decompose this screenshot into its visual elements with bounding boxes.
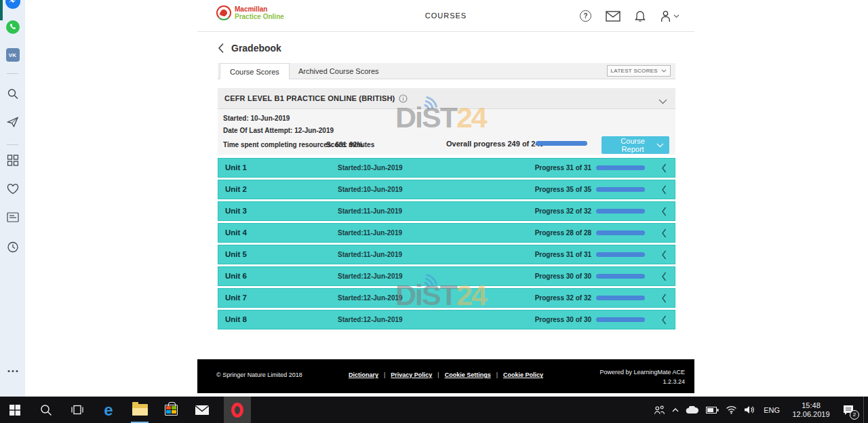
footer-link-dictionary[interactable]: Dictionary [349,371,378,378]
back-chevron-icon[interactable] [218,43,224,54]
footer-link-cookie-policy[interactable]: Cookie Policy [503,371,543,378]
taskbar-time: 15:48 [789,401,833,410]
course-score: Score: 92% [326,141,363,148]
folder-icon [132,404,148,416]
chevron-left-icon[interactable] [661,294,667,303]
unit-progress-bar [596,165,645,170]
unit-row[interactable]: Unit 7 Started:12-Jun-2019 Progress 32 o… [218,288,675,308]
chevron-left-icon[interactable] [661,228,667,238]
latest-scores-dropdown[interactable]: LATEST SCORES [607,65,671,77]
sidebar-search-icon[interactable] [7,88,18,100]
taskbar-date: 12.06.2019 [789,410,833,419]
opera-taskbar-icon[interactable] [224,397,251,423]
speed-dial-grid-icon[interactable] [7,155,18,166]
unit-progress-bar [596,274,645,279]
unit-row[interactable]: Unit 6 Started:12-Jun-2019 Progress 30 o… [218,266,675,286]
action-center-icon[interactable]: 2 [840,402,856,418]
chevron-left-icon[interactable] [661,163,667,173]
chevron-left-icon[interactable] [661,207,667,216]
tabs-strip: Course Scores Archived Course Scores LAT… [218,63,675,79]
tab-archived-course-scores[interactable]: Archived Course Scores [289,63,389,79]
chevron-left-icon[interactable] [661,315,667,325]
store-icon [165,405,178,416]
unit-progress-bar [596,187,645,192]
course-card-header[interactable]: CEFR LEVEL B1 PRACTICE ONLINE (BRITISH) [218,88,675,109]
file-explorer-taskbar-icon[interactable] [130,397,149,423]
profile-menu[interactable] [660,10,679,22]
unit-name: Unit 4 [225,228,247,237]
unit-progress: Progress 30 of 30 [535,273,591,280]
unit-row[interactable]: Unit 1 Started:10-Jun-2019 Progress 31 o… [218,158,675,178]
volume-icon[interactable] [744,405,755,414]
course-card: CEFR LEVEL B1 PRACTICE ONLINE (BRITISH) … [218,88,675,155]
unit-row[interactable]: Unit 4 Started:11-Jun-2019 Progress 28 o… [218,223,675,243]
battery-icon[interactable] [706,407,719,414]
edge-glyph: e [104,402,113,418]
unit-started: Started:12-Jun-2019 [338,316,403,323]
info-icon[interactable] [399,94,408,103]
unit-started: Started:12-Jun-2019 [338,294,403,302]
tab-course-scores[interactable]: Course Scores [220,63,290,79]
show-desktop-button[interactable] [863,397,867,423]
start-button[interactable] [5,397,24,423]
unit-list: Unit 1 Started:10-Jun-2019 Progress 31 o… [218,158,675,331]
unit-started: Started:11-Jun-2019 [338,251,402,258]
unit-name: Unit 5 [225,250,247,258]
unit-progress: Progress 32 of 32 [535,207,591,215]
version-text: 1.2.3.24 [599,377,685,386]
unit-name: Unit 3 [225,207,247,215]
unit-started: Started:12-Jun-2019 [338,273,403,280]
chevron-down-icon [661,69,667,73]
chevron-down-icon [656,143,664,148]
unit-name: Unit 6 [225,272,247,280]
site-footer: © Springer Nature Limited 2018 Dictionar… [197,359,694,393]
sidebar-more-icon[interactable] [7,370,18,372]
people-tray-icon[interactable] [654,405,665,415]
gradebook-header: Gradebook [218,43,281,54]
unit-row[interactable]: Unit 5 Started:11-Jun-2019 Progress 31 o… [218,245,675,264]
language-indicator[interactable]: ENG [762,406,782,414]
overall-progress-label: Overall progress 249 of 249 [446,140,544,148]
edge-taskbar-icon[interactable]: e [99,397,118,423]
latest-scores-label: LATEST SCORES [611,68,658,74]
unit-name: Unit 8 [225,315,247,323]
my-flow-send-icon[interactable] [7,117,19,127]
taskbar-clock[interactable]: 15:48 12.06.2019 [789,401,833,419]
unit-name: Unit 2 [225,185,247,193]
history-clock-icon[interactable] [7,241,18,253]
tray-chevron-up-icon[interactable] [672,408,679,412]
course-report-button[interactable]: Course Report [601,136,669,154]
chevron-left-icon[interactable] [661,185,667,195]
footer-link-cookie-settings[interactable]: Cookie Settings [445,371,491,378]
unit-progress: Progress 30 of 30 [535,316,591,323]
store-taskbar-icon[interactable] [161,397,180,423]
wifi-icon[interactable] [726,405,737,414]
mail-taskbar-icon[interactable] [193,397,212,423]
unit-row[interactable]: Unit 2 Started:10-Jun-2019 Progress 35 o… [218,180,675,199]
unit-progress: Progress 35 of 35 [535,186,591,193]
unit-row[interactable]: Unit 8 Started:12-Jun-2019 Progress 30 o… [218,310,675,329]
chevron-down-icon[interactable] [658,95,667,107]
onedrive-cloud-icon[interactable] [686,406,699,414]
messenger-icon[interactable] [5,0,20,9]
chevron-left-icon[interactable] [661,250,667,260]
unit-progress: Progress 28 of 28 [535,229,591,237]
powered-by: Powered by LearningMate ACE 1.2.3.24 [599,367,685,386]
course-last-attempt: Date Of Last Attempt: 12-Jun-2019 [223,127,334,134]
help-icon[interactable]: ? [580,10,591,22]
course-report-label: Course Report [609,137,656,153]
gradebook-title: Gradebook [231,43,281,54]
whatsapp-icon[interactable] [6,20,20,34]
taskbar-search-icon[interactable] [37,397,56,423]
vk-icon[interactable]: VK [6,48,20,62]
chevron-left-icon[interactable] [661,272,667,281]
messages-envelope-icon[interactable] [606,11,620,22]
notifications-bell-icon[interactable] [635,9,646,22]
header-icons: ? [580,0,679,32]
unit-row[interactable]: Unit 3 Started:11-Jun-2019 Progress 32 o… [218,201,675,221]
footer-link-privacy-policy[interactable]: Privacy Policy [391,371,432,378]
screen: VK Macmillan Prac [0,0,868,423]
bookmarks-heart-icon[interactable] [7,184,19,195]
task-view-icon[interactable] [68,397,87,423]
news-icon[interactable] [7,212,19,222]
